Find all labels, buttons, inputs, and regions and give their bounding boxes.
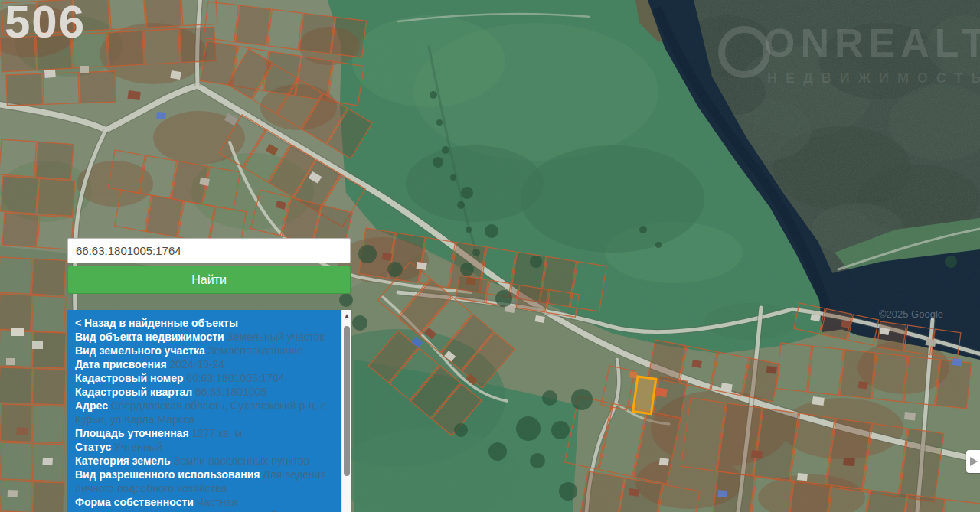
field-object-type: Вид объекта недвижимости Земельный участ… — [75, 330, 334, 344]
field-area: Площадь уточненная 1277 кв. м — [75, 426, 334, 440]
back-to-results-link[interactable]: < Назад в найденные объекты — [75, 316, 334, 330]
object-info-panel: < Назад в найденные объекты Вид объекта … — [67, 310, 341, 512]
cadastral-search-input[interactable] — [67, 238, 351, 263]
corner-number-watermark: 506 — [5, 0, 86, 48]
field-status: Статус Учтенный — [75, 440, 334, 454]
map-control-button[interactable] — [966, 450, 980, 473]
field-ownership: Форма собственности Частная — [75, 495, 334, 509]
map-copyright: ©2025 Google — [879, 308, 943, 320]
field-land-category: Категория земель Земли населенных пункто… — [75, 454, 334, 468]
panel-scrollbar[interactable]: ▲ — [341, 310, 351, 512]
field-cadastral-number: Кадастровый номер 66:63:1801005:1764 — [75, 371, 334, 385]
field-address: Адрес Свердловская область, Сухоложский … — [75, 399, 334, 426]
find-button[interactable]: Найти — [67, 266, 351, 294]
field-date-assigned: Дата присвоения 2024-10-24 — [75, 357, 334, 371]
field-cadastral-quarter: Кадастровый квартал 66:63:1801005 — [75, 385, 334, 399]
map-viewer: 506 ONREALT НЕДВИЖИМОСТЬ ©2025 Google На… — [0, 0, 980, 512]
field-permitted-use: Вид разрешенного использования Для веден… — [75, 468, 334, 495]
scrollbar-up-arrow-icon[interactable]: ▲ — [342, 311, 351, 321]
scrollbar-thumb[interactable] — [344, 326, 350, 476]
field-land-type: Вид земельного участка Землепользование — [75, 344, 334, 357]
field-cadastral-value: Кадастровая стоимость 342797.88 руб — [75, 509, 334, 512]
